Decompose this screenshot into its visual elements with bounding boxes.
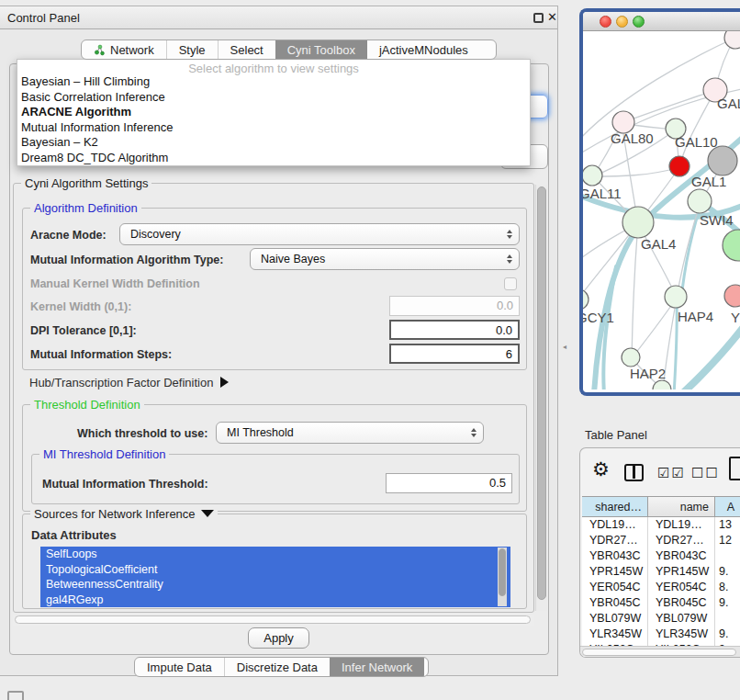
- dropdown-item[interactable]: Bayesian – K2: [21, 135, 528, 151]
- tab-style[interactable]: Style: [166, 40, 218, 59]
- settings-scrollbar-track[interactable]: [535, 185, 547, 611]
- manual-kernel-width-checkbox[interactable]: [504, 277, 517, 290]
- tab-impute-data[interactable]: Impute Data: [135, 658, 224, 676]
- tab-cyni-toolbox[interactable]: Cyni Toolbox: [275, 40, 367, 59]
- table-row[interactable]: YPR145WYPR145W9.: [582, 564, 740, 580]
- network-view-window: GALGAL80GAL10GAL1GAL11SWI4GAL4GCY1HAP4YH…: [579, 8, 740, 396]
- data-attribute-item[interactable]: BetweennessCentrality: [40, 577, 510, 593]
- network-node-label: GAL: [717, 96, 740, 111]
- network-node[interactable]: [622, 348, 640, 367]
- network-node[interactable]: [708, 146, 737, 175]
- network-edge[interactable]: [593, 167, 679, 176]
- network-node[interactable]: [688, 189, 712, 213]
- network-tab-icon: [94, 44, 106, 56]
- tab-network[interactable]: Network: [82, 40, 166, 59]
- mini-button[interactable]: [7, 691, 24, 700]
- mi-steps-input[interactable]: 6: [389, 344, 520, 364]
- columns-icon[interactable]: [624, 464, 644, 481]
- data-attribute-item[interactable]: SelfLoops: [40, 547, 510, 562]
- mi-threshold-definition-title: MI Threshold Definition: [39, 447, 169, 461]
- document-icon[interactable]: [729, 457, 740, 480]
- mi-threshold-input[interactable]: 0.5: [386, 473, 512, 493]
- float-window-icon[interactable]: [533, 13, 544, 23]
- data-attribute-item[interactable]: gal4RGexp: [40, 593, 510, 608]
- tab-jactivemnodules[interactable]: jActiveMNodules: [367, 40, 480, 59]
- network-edge[interactable]: [677, 323, 740, 390]
- column-header[interactable]: shared…: [582, 497, 648, 516]
- network-node[interactable]: [622, 207, 654, 238]
- splitter-collapse-icon[interactable]: ◂: [563, 343, 566, 351]
- close-traffic-light-icon[interactable]: [600, 16, 611, 28]
- manual-kernel-width-label: Manual Kernel Width Definition: [30, 277, 200, 290]
- gear-icon[interactable]: ⚙: [592, 458, 610, 480]
- network-edge[interactable]: [622, 90, 715, 123]
- table-row[interactable]: YER054CYER054C8.: [582, 580, 740, 595]
- network-canvas[interactable]: GALGAL80GAL10GAL1GAL11SWI4GAL4GCY1HAP4YH…: [583, 31, 740, 390]
- table-row[interactable]: YBR045CYBR045C9.: [582, 595, 740, 611]
- settings-hscrollbar-thumb[interactable]: [15, 615, 531, 624]
- tab-discretize-data[interactable]: Discretize Data: [224, 658, 330, 676]
- hub-definition-toggle[interactable]: Hub/Transcription Factor Definition: [29, 376, 229, 390]
- column-header[interactable]: name: [648, 497, 715, 516]
- network-node[interactable]: [665, 286, 687, 308]
- tab-label: Impute Data: [147, 660, 212, 674]
- attributes-scrollbar-thumb[interactable]: [499, 548, 506, 596]
- network-node[interactable]: [669, 156, 690, 176]
- table-toolbar: ⚙ ☑☑ ☐☐: [580, 448, 740, 494]
- network-edge[interactable]: [632, 223, 638, 358]
- table-row[interactable]: YDR27…YDR27…12: [582, 533, 740, 548]
- tab-select[interactable]: Select: [218, 40, 275, 59]
- close-icon[interactable]: ✕: [547, 10, 557, 24]
- network-node[interactable]: [723, 230, 740, 261]
- dropdown-item[interactable]: Basic Correlation Inference: [21, 90, 528, 106]
- network-node[interactable]: [583, 289, 589, 310]
- dropdown-item[interactable]: ARACNE Algorithm: [21, 105, 528, 120]
- network-node-label: GCY1: [583, 310, 614, 325]
- network-edge[interactable]: [674, 301, 677, 390]
- dropdown-item[interactable]: Bayesian – Hill Climbing: [21, 74, 528, 90]
- apply-button[interactable]: Apply: [248, 627, 309, 649]
- network-node[interactable]: [583, 165, 602, 186]
- table-hscrollbar-thumb[interactable]: [582, 649, 736, 656]
- data-attributes-list[interactable]: SelfLoopsTopologicalCoefficientBetweenne…: [40, 547, 510, 607]
- which-threshold-combobox[interactable]: MI Threshold: [216, 422, 484, 444]
- network-edge[interactable]: [632, 298, 677, 358]
- table-cell: YPR145W: [648, 564, 715, 580]
- expanded-arrow-icon: [201, 510, 214, 517]
- network-window-titlebar[interactable]: [583, 12, 740, 31]
- network-node-label: HAP2: [630, 366, 666, 381]
- table-cell: 9.: [715, 564, 740, 580]
- mi-algorithm-type-combobox[interactable]: Naive Bayes: [250, 248, 520, 270]
- table-row[interactable]: YBL079WYBL079W: [582, 611, 740, 627]
- settings-scrollbar-thumb[interactable]: [537, 186, 546, 600]
- combo-stepper-icon: [507, 230, 512, 239]
- network-node[interactable]: [724, 31, 740, 49]
- sources-title[interactable]: Sources for Network Inference: [30, 507, 218, 521]
- network-node[interactable]: [724, 285, 740, 307]
- table-cell: 12: [715, 533, 740, 548]
- select-all-checkboxes-icon[interactable]: ☑☑: [657, 465, 686, 481]
- column-header[interactable]: A: [715, 497, 740, 516]
- table-row[interactable]: YLR345WYLR345W9.: [582, 627, 740, 642]
- table-row[interactable]: YDL19…YDL19…13: [582, 517, 740, 533]
- data-attribute-item[interactable]: TopologicalCoefficient: [40, 562, 510, 578]
- which-threshold-value: MI Threshold: [227, 426, 294, 439]
- kernel-width-input[interactable]: 0.0: [389, 296, 520, 316]
- zoom-traffic-light-icon[interactable]: [633, 16, 645, 28]
- attributes-scrollbar-track[interactable]: [498, 548, 507, 606]
- tab-infer-network[interactable]: Infer Network: [330, 658, 424, 676]
- network-canvas-svg: GALGAL80GAL10GAL1GAL11SWI4GAL4GCY1HAP4YH…: [583, 31, 740, 390]
- dropdown-item[interactable]: Mutual Information Inference: [21, 120, 528, 136]
- settings-hscrollbar-track[interactable]: [13, 615, 534, 626]
- dpi-tolerance-input[interactable]: 0.0: [389, 320, 520, 340]
- minimize-traffic-light-icon[interactable]: [616, 16, 628, 28]
- dropdown-item[interactable]: Dream8 DC_TDC Algorithm: [21, 151, 528, 166]
- deselect-all-checkboxes-icon[interactable]: ☐☐: [691, 465, 720, 481]
- network-node[interactable]: [653, 380, 671, 390]
- table-cell: 8.: [715, 580, 740, 595]
- table-cell: YPR145W: [582, 564, 648, 580]
- table-row[interactable]: YBR043CYBR043C: [582, 548, 740, 564]
- table-cell: YER054C: [648, 580, 715, 595]
- table-hscrollbar-track[interactable]: [580, 646, 740, 658]
- aracne-mode-combobox[interactable]: Discovery: [119, 223, 520, 245]
